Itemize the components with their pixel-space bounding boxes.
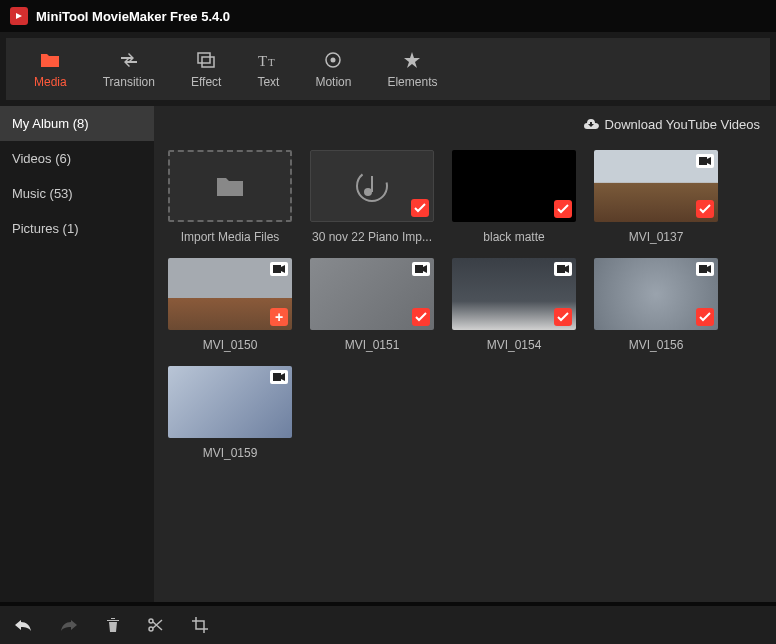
media-thumbnail[interactable]: [168, 150, 292, 222]
media-thumbnail[interactable]: [310, 258, 434, 330]
effect-icon: [197, 49, 215, 71]
media-item[interactable]: 30 nov 22 Piano Imp...: [308, 150, 436, 244]
media-label: Import Media Files: [168, 230, 292, 244]
svg-point-16: [149, 619, 153, 623]
sidebar-item-videos[interactable]: Videos (6): [0, 141, 154, 176]
main-toolbar: Media Transition Effect TT Text Motion E…: [6, 38, 770, 100]
svg-text:T: T: [268, 56, 275, 68]
media-thumbnail[interactable]: [594, 150, 718, 222]
app-logo-icon: [10, 7, 28, 25]
split-button[interactable]: [148, 617, 164, 633]
check-badge-icon: [696, 200, 714, 218]
media-thumbnail[interactable]: [168, 366, 292, 438]
video-badge-icon: [554, 262, 572, 276]
sidebar-item-music[interactable]: Music (53): [0, 176, 154, 211]
svg-rect-14: [273, 373, 281, 381]
media-item[interactable]: MVI_0151: [308, 258, 436, 352]
media-item[interactable]: MVI_0137: [592, 150, 720, 244]
media-label: 30 nov 22 Piano Imp...: [310, 230, 434, 244]
media-item[interactable]: black matte: [450, 150, 578, 244]
sidebar: My Album (8) Videos (6) Music (53) Pictu…: [0, 106, 154, 602]
media-thumbnail[interactable]: [452, 258, 576, 330]
check-badge-icon: [554, 308, 572, 326]
media-label: black matte: [452, 230, 576, 244]
svg-text:T: T: [258, 53, 267, 68]
sidebar-item-my-album[interactable]: My Album (8): [0, 106, 154, 141]
svg-rect-13: [699, 265, 707, 273]
bottom-toolbar: [0, 602, 776, 644]
video-badge-icon: [270, 262, 288, 276]
svg-rect-11: [415, 265, 423, 273]
media-item[interactable]: MVI_0159: [166, 366, 294, 460]
media-item[interactable]: MVI_0156: [592, 258, 720, 352]
video-badge-icon: [696, 262, 714, 276]
media-label: MVI_0156: [594, 338, 718, 352]
video-badge-icon: [412, 262, 430, 276]
svg-point-8: [364, 188, 372, 196]
media-thumbnail[interactable]: [452, 150, 576, 222]
svg-rect-12: [557, 265, 565, 273]
cloud-download-icon: [583, 118, 599, 130]
tab-elements[interactable]: Elements: [369, 43, 455, 95]
check-badge-icon: [412, 308, 430, 326]
main-header: Download YouTube Videos: [154, 106, 776, 142]
folder-icon: [40, 49, 60, 71]
check-badge-icon: [696, 308, 714, 326]
svg-rect-10: [273, 265, 281, 273]
media-label: MVI_0159: [168, 446, 292, 460]
content-area: My Album (8) Videos (6) Music (53) Pictu…: [0, 106, 776, 602]
tab-effect[interactable]: Effect: [173, 43, 239, 95]
media-item[interactable]: Import Media Files: [166, 150, 294, 244]
titlebar: MiniTool MovieMaker Free 5.4.0: [0, 0, 776, 32]
main-panel: Download YouTube Videos Import Media Fil…: [154, 106, 776, 602]
check-badge-icon: [411, 199, 429, 217]
svg-rect-1: [198, 53, 210, 63]
sidebar-item-pictures[interactable]: Pictures (1): [0, 211, 154, 246]
media-thumbnail[interactable]: [310, 150, 434, 222]
transition-icon: [119, 49, 139, 71]
svg-rect-9: [699, 157, 707, 165]
media-item[interactable]: MVI_0154: [450, 258, 578, 352]
add-badge-icon[interactable]: +: [270, 308, 288, 326]
media-thumbnail[interactable]: +: [168, 258, 292, 330]
media-label: MVI_0150: [168, 338, 292, 352]
undo-button[interactable]: [14, 618, 32, 632]
elements-icon: [403, 49, 421, 71]
media-item[interactable]: +MVI_0150: [166, 258, 294, 352]
tab-transition[interactable]: Transition: [85, 43, 173, 95]
tab-text[interactable]: TT Text: [239, 43, 297, 95]
media-label: MVI_0137: [594, 230, 718, 244]
motion-icon: [325, 49, 341, 71]
delete-button[interactable]: [106, 617, 120, 633]
media-grid: Import Media Files30 nov 22 Piano Imp...…: [154, 142, 776, 468]
app-title: MiniTool MovieMaker Free 5.4.0: [36, 9, 230, 24]
svg-rect-2: [202, 57, 214, 67]
tab-motion[interactable]: Motion: [297, 43, 369, 95]
media-thumbnail[interactable]: [594, 258, 718, 330]
redo-button[interactable]: [60, 618, 78, 632]
check-badge-icon: [554, 200, 572, 218]
video-badge-icon: [696, 154, 714, 168]
media-label: MVI_0154: [452, 338, 576, 352]
video-badge-icon: [270, 370, 288, 384]
svg-point-15: [149, 627, 153, 631]
tab-media[interactable]: Media: [16, 43, 85, 95]
svg-point-6: [331, 58, 336, 63]
download-youtube-link[interactable]: Download YouTube Videos: [583, 117, 760, 132]
media-label: MVI_0151: [310, 338, 434, 352]
crop-button[interactable]: [192, 617, 208, 633]
text-icon: TT: [258, 49, 278, 71]
